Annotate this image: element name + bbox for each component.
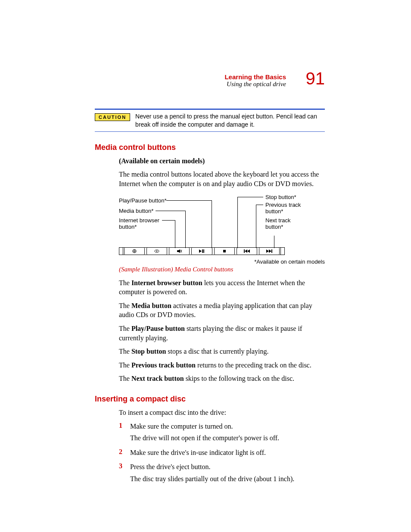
chapter-title: Learning the Basics [224, 73, 286, 81]
para-stop: The Stop button stops a disc that is cur… [119, 347, 325, 356]
svg-rect-12 [223, 250, 226, 252]
page-header: Learning the Basics Using the optical dr… [95, 73, 325, 99]
section-subtitle: Using the optical drive [224, 81, 286, 88]
media-intro: The media control buttons located above … [119, 170, 325, 188]
page-number: 91 [306, 69, 325, 88]
label-internet-browser-l1: Internet browser [119, 217, 159, 224]
caution-box: CAUTION Never use a pencil to press the … [95, 109, 325, 132]
label-media: Media button* [119, 208, 153, 215]
svg-marker-15 [247, 249, 250, 253]
label-internet-browser-l2: button* [119, 224, 137, 230]
media-buttons-illustration: Play/Pause button* Media button* Interne… [119, 195, 325, 273]
illustration-footnote: *Available on certain models [119, 258, 325, 265]
previous-track-button-icon [237, 248, 257, 255]
availability-note: (Available on certain models) [119, 157, 205, 165]
mute-button-icon [169, 248, 190, 255]
para-previous-track: The Previous track button returns to the… [119, 361, 325, 370]
label-next-track-l1: Next track [265, 217, 291, 224]
step-3: 3 Press the drive's eject button. The di… [119, 462, 325, 486]
label-previous-track-l2: button* [265, 208, 283, 215]
insert-steps: 1 Make sure the computer is turned on. T… [119, 422, 325, 486]
svg-marker-17 [269, 249, 271, 253]
step-number: 2 [119, 448, 130, 460]
insert-intro: To insert a compact disc into the drive: [119, 408, 325, 417]
svg-marker-6 [178, 249, 180, 253]
media-button-icon [146, 248, 167, 255]
label-play-pause: Play/Pause button* [119, 197, 167, 204]
step-1-note: The drive will not open if the computer'… [130, 433, 279, 443]
step-1-text: Make sure the computer is turned on. [130, 422, 279, 431]
heading-media-control-buttons: Media control buttons [95, 143, 325, 152]
play-pause-button-icon [191, 248, 212, 255]
para-next-track: The Next track button skips to the follo… [119, 374, 325, 383]
para-play-pause: The Play/Pause button starts playing the… [119, 324, 325, 342]
para-media-button: The Media button activates a media playi… [119, 301, 325, 320]
document-page: Learning the Basics Using the optical dr… [0, 0, 411, 532]
svg-rect-5 [177, 250, 178, 252]
illustration-caption: (Sample Illustration) Media Control butt… [119, 266, 325, 273]
svg-marker-16 [266, 249, 269, 253]
label-previous-track-l1: Previous track [265, 202, 301, 208]
step-3-text: Press the drive's eject button. [130, 462, 294, 472]
step-2-text: Make sure the drive's in-use indicator l… [130, 448, 266, 457]
svg-marker-14 [245, 249, 247, 253]
step-number: 1 [119, 422, 130, 445]
svg-rect-10 [202, 249, 203, 253]
caution-badge: CAUTION [95, 113, 130, 121]
stop-button-icon [214, 248, 235, 255]
heading-inserting-compact-disc: Inserting a compact disc [95, 395, 325, 404]
internet-browser-button-icon [124, 248, 145, 255]
step-2: 2 Make sure the drive's in-use indicator… [119, 448, 325, 460]
svg-point-4 [156, 250, 157, 251]
label-next-track-l2: button* [265, 224, 283, 230]
button-strip [119, 247, 285, 255]
step-3-note: The disc tray slides partially out of th… [130, 474, 294, 484]
svg-rect-18 [271, 249, 272, 253]
step-1: 1 Make sure the computer is turned on. T… [119, 422, 325, 445]
next-track-button-icon [259, 248, 280, 255]
svg-rect-11 [203, 249, 204, 253]
para-internet-browser: The Internet browser button lets you acc… [119, 278, 325, 297]
step-number: 3 [119, 462, 130, 486]
svg-rect-13 [244, 249, 245, 253]
caution-text: Never use a pencil to press the manual e… [135, 112, 325, 129]
label-stop: Stop button* [265, 194, 317, 201]
svg-marker-9 [199, 249, 202, 253]
